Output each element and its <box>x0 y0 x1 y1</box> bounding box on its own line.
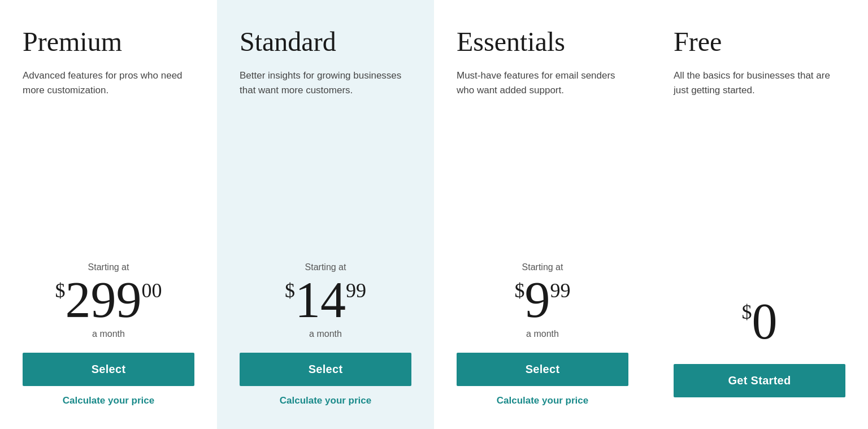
price-display-essentials: $ 9 99 <box>515 275 571 326</box>
plan-name-free: Free <box>674 27 845 57</box>
plan-name-standard: Standard <box>240 27 411 57</box>
calc-link-essentials[interactable]: Calculate your price <box>497 395 589 406</box>
price-period-standard: a month <box>309 329 342 339</box>
price-period-essentials: a month <box>526 329 559 339</box>
price-dollar-standard: $ <box>285 280 295 301</box>
plan-description-essentials: Must-have features for email senders who… <box>457 68 628 240</box>
starting-at-standard: Starting at <box>305 262 346 272</box>
select-button-essentials[interactable]: Select <box>457 353 628 386</box>
plan-description-free: All the basics for businesses that are j… <box>674 68 845 271</box>
pricing-section-premium: Starting at $ 299 00 a month Select Calc… <box>23 262 194 406</box>
calc-link-standard[interactable]: Calculate your price <box>280 395 372 406</box>
plan-description-premium: Advanced features for pros who need more… <box>23 68 194 240</box>
plan-description-standard: Better insights for growing businesses t… <box>240 68 411 240</box>
select-button-premium[interactable]: Select <box>23 353 194 386</box>
plan-name-premium: Premium <box>23 27 194 57</box>
get-started-button-free[interactable]: Get Started <box>674 364 845 397</box>
price-cents-essentials: 99 <box>550 280 571 301</box>
pricing-grid: Premium Advanced features for pros who n… <box>0 0 868 429</box>
price-cents-premium: 00 <box>142 280 162 301</box>
starting-at-essentials: Starting at <box>522 262 563 272</box>
plan-card-essentials: Essentials Must-have features for email … <box>434 0 651 429</box>
plan-name-essentials: Essentials <box>457 27 628 57</box>
calc-link-premium[interactable]: Calculate your price <box>63 395 155 406</box>
plan-card-standard: Standard Better insights for growing bus… <box>217 0 434 429</box>
price-display-free: $ 0 <box>742 296 778 347</box>
price-period-premium: a month <box>92 329 125 339</box>
price-dollar-premium: $ <box>55 280 66 301</box>
starting-at-premium: Starting at <box>88 262 129 272</box>
pricing-section-essentials: Starting at $ 9 99 a month Select Calcul… <box>457 262 628 406</box>
select-button-standard[interactable]: Select <box>240 353 411 386</box>
price-dollar-free: $ <box>742 302 752 322</box>
price-dollar-essentials: $ <box>515 280 525 301</box>
price-display-premium: $ 299 00 <box>55 275 162 326</box>
plan-card-free: Free All the basics for businesses that … <box>651 0 868 429</box>
price-cents-standard: 99 <box>346 280 366 301</box>
pricing-section-free: $ 0 Get Started <box>674 294 845 406</box>
price-display-standard: $ 14 99 <box>285 275 366 326</box>
price-whole-free: 0 <box>752 296 778 347</box>
pricing-section-standard: Starting at $ 14 99 a month Select Calcu… <box>240 262 411 406</box>
plan-card-premium: Premium Advanced features for pros who n… <box>0 0 217 429</box>
price-whole-essentials: 9 <box>525 275 550 326</box>
price-whole-premium: 299 <box>66 275 142 326</box>
price-whole-standard: 14 <box>295 275 346 326</box>
